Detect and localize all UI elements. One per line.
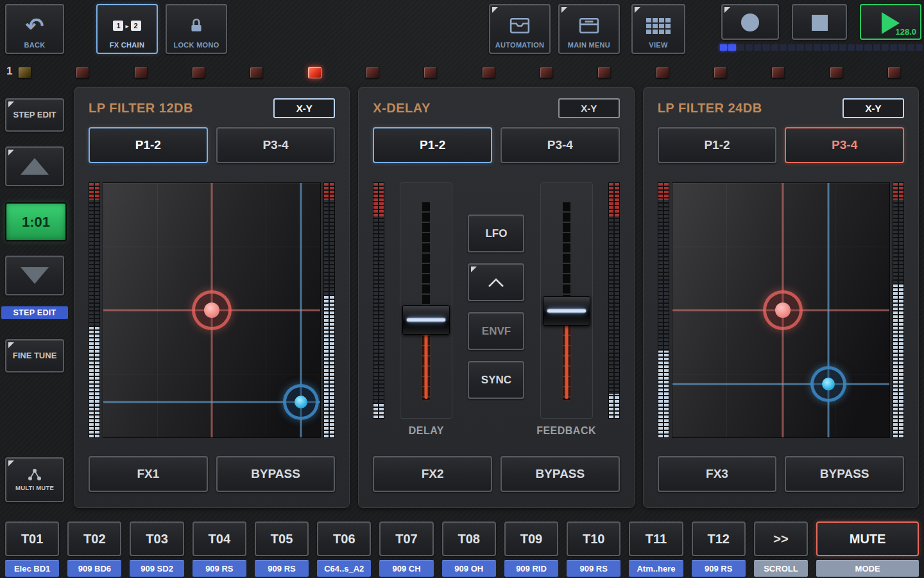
preset-p34-button[interactable]: P3-4 xyxy=(216,127,336,163)
progress-segment xyxy=(873,44,880,51)
track-name-label: C64..s_A2 xyxy=(317,560,371,577)
scroll-column: >> SCROLL xyxy=(754,521,808,577)
stop-button[interactable] xyxy=(792,4,847,40)
slider-value-line xyxy=(425,331,428,399)
step-edit-button-label: STEP EDIT xyxy=(13,110,56,121)
delay-slider-cap[interactable] xyxy=(402,305,450,335)
step-marker-icon[interactable] xyxy=(482,67,495,78)
fx2-select-button[interactable]: FX2 xyxy=(373,456,492,492)
meter-fill xyxy=(609,394,619,418)
step-marker-icon[interactable] xyxy=(366,67,379,78)
track-button-t12[interactable]: T12 xyxy=(692,521,746,556)
step-marker-icon[interactable] xyxy=(714,67,727,78)
step-edit-button[interactable]: STEP EDIT xyxy=(5,98,64,132)
track-button-t09[interactable]: T09 xyxy=(504,521,558,556)
pattern-up-button[interactable] xyxy=(5,146,64,186)
fx-panel-lpfilter12: LP FILTER 12DB X-Y P1-2 P3-4 xyxy=(74,87,350,508)
lfo-button[interactable]: LFO xyxy=(468,215,524,252)
fine-tune-button[interactable]: FINE TUNE xyxy=(5,339,64,372)
track-button-t01[interactable]: T01 xyxy=(5,521,59,556)
track-button-t05[interactable]: T05 xyxy=(255,521,309,556)
arrow-up-icon xyxy=(21,158,49,175)
xy-puck-blue[interactable] xyxy=(810,366,846,402)
envelope-shape-button[interactable] xyxy=(468,263,524,301)
step-marker-icon[interactable] xyxy=(18,67,31,78)
crosshair-line-blue-y xyxy=(672,383,889,385)
feedback-slider[interactable] xyxy=(540,182,593,419)
multi-mute-button[interactable]: MULTI MUTE xyxy=(5,457,64,502)
step-marker-icon[interactable] xyxy=(887,67,901,78)
step-marker-icon[interactable] xyxy=(771,67,785,78)
track-button-t04[interactable]: T04 xyxy=(193,521,246,556)
xy-puck-red[interactable] xyxy=(763,290,803,330)
bypass-button[interactable]: BYPASS xyxy=(501,456,620,492)
meter-peak xyxy=(89,183,99,200)
progress-segment xyxy=(864,44,871,51)
back-button[interactable]: ↶ BACK xyxy=(5,4,64,54)
xy-pad[interactable] xyxy=(672,182,890,438)
feedback-slider-cap[interactable] xyxy=(543,296,590,326)
xy-pad[interactable] xyxy=(103,182,321,438)
bypass-button[interactable]: BYPASS xyxy=(785,456,904,492)
step-marker-icon[interactable] xyxy=(540,67,553,78)
fx3-select-button[interactable]: FX3 xyxy=(658,456,777,492)
step-marker-icon[interactable] xyxy=(192,67,205,78)
automation-button[interactable]: AUTOMATION xyxy=(489,4,551,54)
meter-fill xyxy=(373,404,384,418)
progress-segment xyxy=(796,44,803,51)
play-button[interactable]: 128.0 xyxy=(860,4,921,40)
pattern-down-button[interactable] xyxy=(5,256,64,295)
fx1-select-button[interactable]: FX1 xyxy=(89,456,208,492)
step-marker-icon[interactable] xyxy=(597,67,611,78)
step-marker-icon[interactable] xyxy=(134,67,148,78)
fx-chain-label: FX CHAIN xyxy=(110,41,144,49)
record-button[interactable] xyxy=(721,4,779,40)
song-position-display: 1:01 xyxy=(5,202,67,241)
sync-button[interactable]: SYNC xyxy=(468,361,524,399)
step-marker-icon[interactable] xyxy=(424,67,437,78)
step-marker-icon[interactable] xyxy=(656,67,669,78)
xy-toggle-button[interactable]: X-Y xyxy=(273,98,335,118)
preset-p34-button[interactable]: P3-4 xyxy=(785,127,904,163)
bypass-button[interactable]: BYPASS xyxy=(216,456,336,492)
preset-p34-button[interactable]: P3-4 xyxy=(501,127,620,163)
preset-p12-button[interactable]: P1-2 xyxy=(89,127,208,163)
view-button[interactable]: VIEW xyxy=(631,4,685,54)
bar-number: 1 xyxy=(6,65,12,78)
progress-segment xyxy=(882,44,889,51)
xy-toggle-button[interactable]: X-Y xyxy=(843,98,904,118)
progress-segment xyxy=(780,44,787,51)
fx-chain-button[interactable]: 1 ▸ 2 FX CHAIN xyxy=(96,4,158,54)
fx-panels: LP FILTER 12DB X-Y P1-2 P3-4 xyxy=(74,87,919,508)
track-button-t03[interactable]: T03 xyxy=(130,521,184,556)
xy-puck-blue[interactable] xyxy=(283,384,319,420)
meter-fill xyxy=(324,295,334,437)
track-column: T08 909 OH xyxy=(442,521,496,577)
step-marker-icon[interactable] xyxy=(76,67,89,78)
preset-p12-button[interactable]: P1-2 xyxy=(373,127,492,163)
preset-p12-button[interactable]: P1-2 xyxy=(658,127,777,163)
xy-puck-red[interactable] xyxy=(192,290,232,330)
track-button-t06[interactable]: T06 xyxy=(317,521,371,556)
track-button-t08[interactable]: T08 xyxy=(442,521,496,556)
step-marker-icon[interactable] xyxy=(830,67,843,78)
track-button-t02[interactable]: T02 xyxy=(67,521,121,556)
lock-mono-button[interactable]: LOCK MONO xyxy=(166,4,227,54)
step-marker-icon[interactable] xyxy=(250,67,263,78)
delay-slider[interactable] xyxy=(400,182,452,419)
xy-toggle-button[interactable]: X-Y xyxy=(558,98,620,118)
track-button-t10[interactable]: T10 xyxy=(567,521,620,556)
track-button-t07[interactable]: T07 xyxy=(379,521,433,556)
view-label: VIEW xyxy=(649,41,667,49)
mute-mode-button[interactable]: MUTE xyxy=(816,521,919,556)
track-button-t11[interactable]: T11 xyxy=(629,521,683,556)
envf-button[interactable]: ENVF xyxy=(468,312,524,350)
main-menu-button[interactable]: MAIN MENU xyxy=(558,4,620,54)
progress-segment xyxy=(856,44,863,51)
step-marker-strip: 1 xyxy=(0,63,924,82)
scroll-tracks-button[interactable]: >> xyxy=(754,521,808,556)
progress-segment xyxy=(762,44,769,51)
track-bar: T01 Elec BD1 T02 909 BD6 T03 909 SD2 T04… xyxy=(0,518,924,578)
step-marker-icon[interactable] xyxy=(308,67,321,78)
level-meter-left xyxy=(373,182,384,419)
